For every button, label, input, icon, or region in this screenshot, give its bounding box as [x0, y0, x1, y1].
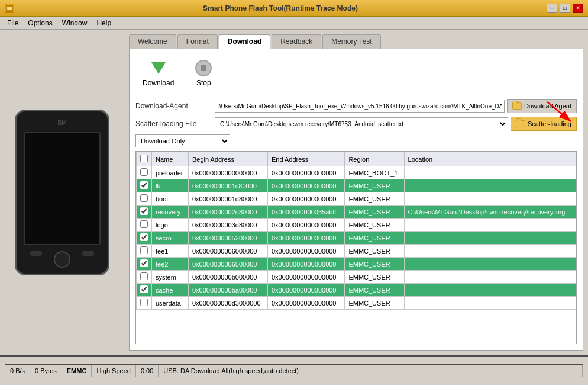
- row-name: secro: [152, 232, 189, 245]
- tab-bar: Welcome Format Download Readback Memory …: [129, 34, 583, 49]
- row-name: preloader: [152, 166, 189, 179]
- status-bytes: 0 Bytes: [30, 365, 62, 377]
- row-checkbox[interactable]: [140, 207, 148, 215]
- row-checkbox[interactable]: [140, 246, 148, 254]
- stop-label: Stop: [196, 79, 211, 87]
- row-end-address: 0x0000000000000000: [267, 219, 344, 232]
- tab-readback[interactable]: Readback: [272, 34, 321, 49]
- row-location: [404, 297, 576, 310]
- scatter-loading-input[interactable]: C:\Users\Mr Guru\Desktop\cwm recovery\MT…: [215, 117, 508, 130]
- row-end-address: 0x0000000000000000: [267, 297, 344, 310]
- menu-file[interactable]: File: [2, 18, 23, 28]
- row-region: EMMC_USER: [345, 219, 404, 232]
- table-row: system0x000000000b0000000x00000000000000…: [137, 271, 576, 284]
- row-location: [404, 284, 576, 297]
- row-checkbox-cell[interactable]: [137, 166, 152, 179]
- col-begin: Begin Address: [188, 152, 267, 166]
- row-checkbox-cell[interactable]: [137, 206, 152, 219]
- tab-format[interactable]: Format: [177, 34, 218, 49]
- row-checkbox-cell[interactable]: [137, 245, 152, 258]
- row-checkbox[interactable]: [140, 285, 148, 293]
- status-mode: High Speed: [92, 365, 136, 377]
- row-location: [404, 166, 576, 179]
- row-checkbox[interactable]: [140, 181, 148, 189]
- row-checkbox[interactable]: [140, 194, 148, 202]
- tab-welcome[interactable]: Welcome: [129, 34, 176, 49]
- row-begin-address: 0x0000000002d80000: [188, 206, 267, 219]
- minimize-button[interactable]: ─: [547, 4, 557, 13]
- table-row: tee10x00000000060000000x0000000000000000…: [137, 245, 576, 258]
- row-begin-address: 0x000000000b000000: [188, 271, 267, 284]
- row-end-address: 0x0000000000000000: [267, 258, 344, 271]
- row-checkbox-cell[interactable]: [137, 232, 152, 245]
- row-checkbox-cell[interactable]: [137, 297, 152, 310]
- tab-memory-test[interactable]: Memory Test: [322, 34, 380, 49]
- svg-rect-2: [201, 65, 206, 71]
- menu-bar: File Options Window Help: [0, 17, 588, 30]
- download-agent-row: Download-Agent Download Agent: [135, 99, 577, 113]
- table-row: userdata0x000000000d30000000x00000000000…: [137, 297, 576, 310]
- row-checkbox[interactable]: [140, 168, 148, 176]
- table-row: tee20x00000000065000000x0000000000000000…: [137, 258, 576, 271]
- row-checkbox[interactable]: [140, 220, 148, 228]
- main-layout: BM Welcome Format Download Readback Memo…: [0, 30, 588, 355]
- row-checkbox[interactable]: [140, 259, 148, 267]
- row-begin-address: 0x0000000000000000: [188, 166, 267, 179]
- table-header-row: Name Begin Address End Address Region Lo…: [137, 152, 576, 166]
- close-button[interactable]: ✕: [573, 4, 583, 13]
- row-name: cache: [152, 284, 189, 297]
- row-checkbox-cell[interactable]: [137, 179, 152, 192]
- stop-toolbar-button[interactable]: Stop: [190, 57, 217, 89]
- row-checkbox[interactable]: [140, 299, 148, 306]
- menu-window[interactable]: Window: [57, 18, 92, 28]
- phone-menu-btn: [82, 251, 94, 256]
- download-arrow-icon: [150, 60, 167, 76]
- phone-screen: [24, 132, 101, 245]
- row-end-address: 0x0000000000000000: [267, 245, 344, 258]
- stop-icon: [195, 60, 212, 76]
- status-speed: 0 B/s: [5, 365, 30, 377]
- select-all-checkbox[interactable]: [140, 155, 148, 162]
- col-checkbox: [137, 152, 152, 166]
- window-controls: ─ □ ✕: [547, 4, 583, 13]
- menu-options[interactable]: Options: [23, 18, 57, 28]
- tab-download[interactable]: Download: [219, 34, 270, 49]
- row-begin-address: 0x000000000d3000000: [188, 297, 267, 310]
- download-agent-input[interactable]: [215, 100, 505, 113]
- row-checkbox[interactable]: [140, 233, 148, 241]
- row-checkbox-cell[interactable]: [137, 271, 152, 284]
- col-name: Name: [152, 152, 189, 166]
- row-name: userdata: [152, 297, 189, 310]
- menu-help[interactable]: Help: [92, 18, 116, 28]
- row-location: [404, 232, 576, 245]
- row-checkbox-cell[interactable]: [137, 284, 152, 297]
- row-name: lk: [152, 179, 189, 192]
- row-name: boot: [152, 192, 189, 206]
- row-checkbox[interactable]: [140, 272, 148, 280]
- download-toolbar-button[interactable]: Download: [138, 57, 179, 89]
- table-row: cache0x000000000ba000000x000000000000000…: [137, 284, 576, 297]
- table-body: preloader0x00000000000000000x00000000000…: [137, 166, 576, 310]
- row-region: EMMC_USER: [345, 206, 404, 219]
- title-bar: Smart Phone Flash Tool(Runtime Trace Mod…: [0, 0, 588, 17]
- row-name: system: [152, 271, 189, 284]
- scatter-folder-icon: [516, 120, 525, 127]
- status-bar: 0 B/s 0 Bytes EMMC High Speed 0:00 USB: …: [0, 355, 588, 385]
- row-checkbox-cell[interactable]: [137, 219, 152, 232]
- row-end-address: 0x0000000000000000: [267, 192, 344, 206]
- row-checkbox-cell[interactable]: [137, 192, 152, 206]
- row-begin-address: 0x0000000003d80000: [188, 219, 267, 232]
- mode-dropdown[interactable]: Download Only Firmware Upgrade Format Al…: [135, 134, 230, 147]
- download-agent-button[interactable]: Download Agent: [507, 99, 577, 113]
- phone-brand: BM: [58, 120, 67, 126]
- row-checkbox-cell[interactable]: [137, 258, 152, 271]
- row-begin-address: 0x000000000ba00000: [188, 284, 267, 297]
- row-location: [404, 271, 576, 284]
- row-region: EMMC_USER: [345, 271, 404, 284]
- mode-dropdown-row: Download Only Firmware Upgrade Format Al…: [135, 134, 577, 147]
- table-row: lk0x0000000001c800000x0000000000000000EM…: [137, 179, 576, 192]
- row-name: tee2: [152, 258, 189, 271]
- window-title: Smart Phone Flash Tool(Runtime Trace Mod…: [14, 4, 547, 12]
- maximize-button[interactable]: □: [560, 4, 570, 13]
- scatter-loading-button[interactable]: Scatter-loading: [511, 117, 577, 131]
